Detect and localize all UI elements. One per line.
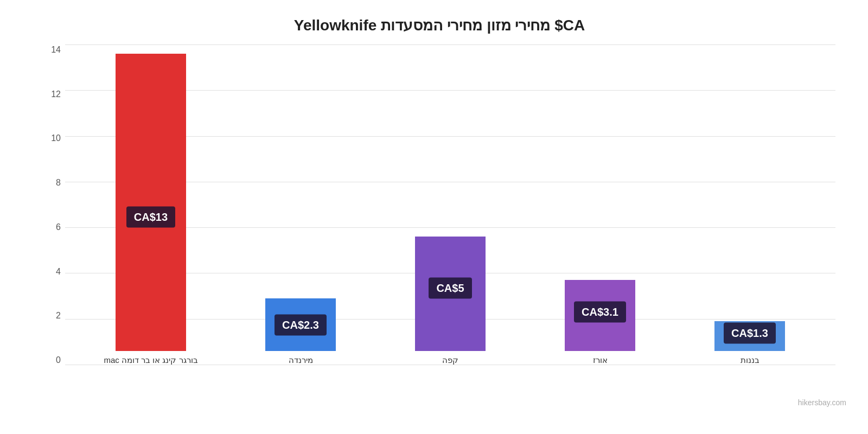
bar-group-rice: CA$3.1 אורז — [525, 45, 675, 365]
bar-label-miranda: CA$2.3 — [275, 314, 327, 335]
bar-label-burger: CA$13 — [126, 207, 175, 228]
bar-group-burger: CA$13 בורגר קינג או בר דומה mac — [76, 45, 226, 365]
x-label-miranda: מירנדה — [289, 355, 313, 365]
x-label-bananas: בננות — [741, 355, 760, 365]
bar-miranda: CA$2.3 — [265, 298, 336, 351]
y-label-8: 8 — [56, 178, 61, 188]
y-label-4: 4 — [56, 267, 61, 277]
x-label-coffee: קפה — [442, 355, 458, 365]
y-axis: 14 12 10 8 6 4 2 0 — [43, 45, 65, 365]
x-label-burger: בורגר קינג או בר דומה mac — [104, 355, 197, 365]
bar-coffee: CA$5 — [415, 237, 486, 351]
y-label-10: 10 — [51, 133, 61, 143]
grid-and-bars: CA$13 בורגר קינג או בר דומה mac CA$2.3 מ… — [65, 45, 835, 365]
y-label-0: 0 — [56, 355, 61, 365]
bar-burger: CA$13 — [116, 54, 186, 351]
bars-row: CA$13 בורגר קינג או בר דומה mac CA$2.3 מ… — [65, 45, 835, 365]
watermark: hikersbay.com — [798, 398, 846, 407]
bar-group-coffee: CA$5 קפה — [375, 45, 525, 365]
bar-label-coffee: CA$5 — [429, 278, 471, 299]
y-label-6: 6 — [56, 222, 61, 232]
y-label-2: 2 — [56, 311, 61, 321]
chart-container: CA$ מחירי מזון מחירי המסעדות Yellowknife… — [11, 0, 857, 412]
bar-group-bananas: CA$1.3 בננות — [675, 45, 825, 365]
y-label-12: 12 — [51, 90, 61, 99]
chart-title: CA$ מחירי מזון מחירי המסעדות Yellowknife — [43, 16, 835, 34]
y-label-14: 14 — [51, 45, 61, 55]
bar-rice: CA$3.1 — [565, 280, 635, 351]
chart-area: 14 12 10 8 6 4 2 0 — [43, 45, 835, 381]
bar-label-bananas: CA$1.3 — [724, 323, 776, 344]
bar-label-rice: CA$3.1 — [574, 302, 626, 323]
bar-bananas: CA$1.3 — [714, 321, 785, 351]
x-label-rice: אורז — [593, 355, 608, 365]
bar-group-miranda: CA$2.3 מירנדה — [226, 45, 375, 365]
